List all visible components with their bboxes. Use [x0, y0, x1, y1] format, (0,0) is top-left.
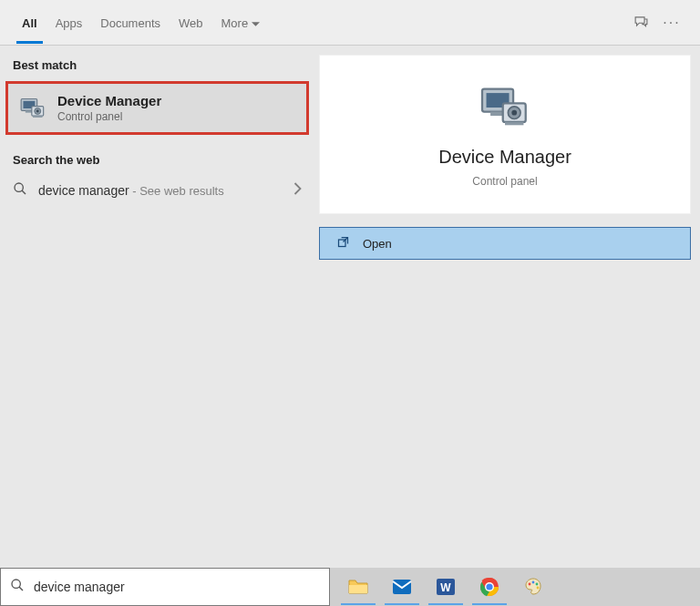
search-icon [10, 578, 25, 596]
tab-all[interactable]: All [13, 2, 46, 43]
svg-point-7 [15, 183, 23, 191]
svg-line-8 [22, 190, 26, 194]
results-panel: Best match Device Manager Control panel … [0, 46, 314, 568]
open-label: Open [363, 237, 392, 251]
svg-point-27 [532, 581, 535, 584]
tab-apps[interactable]: Apps [46, 2, 92, 43]
taskbar-paint[interactable] [512, 569, 554, 605]
svg-point-5 [36, 109, 39, 112]
svg-point-14 [511, 110, 517, 116]
search-web-header: Search the web [0, 140, 314, 172]
taskbar: W [330, 568, 700, 606]
web-result-suffix: - See web results [129, 184, 224, 198]
web-search-result[interactable]: device manager - See web results [0, 172, 314, 209]
svg-line-18 [19, 587, 23, 591]
svg-text:W: W [440, 581, 451, 594]
preview-subtitle: Control panel [472, 175, 537, 188]
web-result-query: device manager [38, 183, 129, 198]
taskbar-word[interactable]: W [425, 569, 467, 605]
more-options-button[interactable]: ··· [656, 7, 687, 38]
tab-more[interactable]: More [212, 2, 270, 43]
best-match-subtitle: Control panel [57, 110, 161, 123]
open-icon [336, 235, 350, 252]
taskbar-file-explorer[interactable] [337, 569, 379, 605]
svg-point-26 [529, 583, 531, 586]
search-tabs-bar: All Apps Documents Web More ··· [0, 0, 700, 46]
preview-panel: Device Manager Control panel Open [314, 46, 700, 568]
taskbar-mail[interactable] [381, 569, 423, 605]
svg-point-29 [537, 587, 540, 590]
tab-more-label: More [221, 16, 249, 30]
taskbar-chrome[interactable] [468, 569, 510, 605]
search-box[interactable] [0, 568, 330, 606]
feedback-icon[interactable] [625, 7, 656, 38]
device-manager-large-icon [479, 85, 530, 134]
svg-rect-19 [349, 585, 367, 593]
preview-title: Device Manager [438, 147, 571, 168]
svg-rect-6 [33, 116, 43, 118]
chevron-right-icon [293, 182, 302, 199]
svg-point-28 [536, 583, 539, 586]
best-match-header: Best match [0, 46, 314, 77]
device-manager-icon [19, 95, 46, 122]
best-match-title: Device Manager [57, 93, 161, 108]
best-match-result[interactable]: Device Manager Control panel [5, 81, 309, 135]
search-icon [13, 181, 27, 200]
search-input[interactable] [34, 580, 320, 594]
chevron-down-icon [252, 16, 260, 30]
bottom-bar: W [0, 568, 700, 606]
tab-web[interactable]: Web [170, 2, 212, 43]
svg-point-17 [12, 580, 20, 588]
tab-documents[interactable]: Documents [91, 2, 170, 43]
ellipsis-icon: ··· [663, 15, 680, 31]
preview-card: Device Manager Control panel [319, 55, 691, 214]
svg-rect-15 [505, 122, 523, 125]
svg-point-25 [486, 583, 492, 590]
open-button[interactable]: Open [319, 227, 691, 260]
